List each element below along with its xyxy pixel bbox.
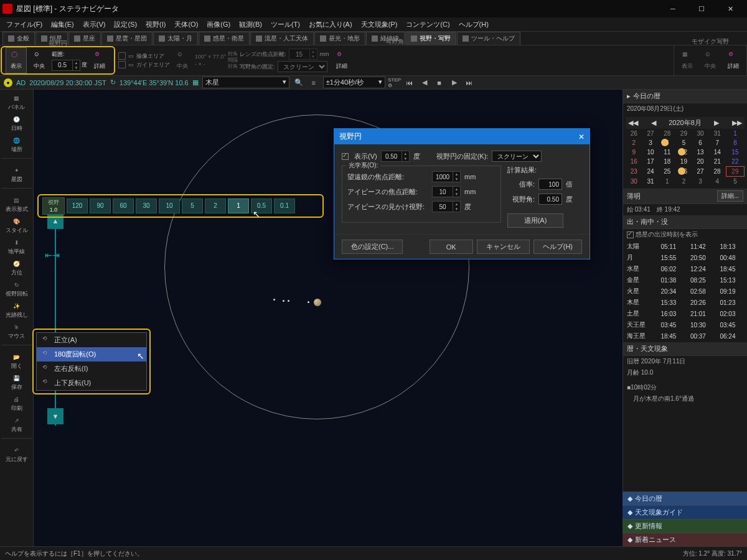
fov-preset-button[interactable]: 1	[228, 198, 249, 213]
menu-item[interactable]: 表示(V)	[79, 19, 110, 30]
location-icon[interactable]: ▦	[192, 78, 199, 86]
almanac-tab[interactable]: ◆天文現象ガイド	[622, 505, 747, 519]
fov-preset-button[interactable]: 2	[205, 198, 226, 213]
left-tool[interactable]: ▤表示形式	[1, 194, 32, 215]
twilight-detail-button[interactable]: 詳細...	[717, 190, 743, 202]
menu-item[interactable]: ツール(T)	[267, 19, 304, 30]
menu-item[interactable]: 観測(B)	[235, 19, 266, 30]
left-tool[interactable]: 📂開く	[1, 351, 32, 372]
rotation-menu-item[interactable]: ⟲180度回転(O)	[37, 347, 146, 362]
menu-item[interactable]: コンテンツ(C)	[402, 19, 453, 30]
ok-button[interactable]: OK	[430, 240, 473, 254]
guide-area-toggle[interactable]: ▭ ガイドエリア	[118, 61, 170, 69]
left-tool[interactable]	[1, 188, 32, 194]
ribbon-tab[interactable]: 星座	[68, 32, 101, 45]
play-fwd-icon[interactable]: ▶	[449, 78, 460, 88]
left-tool[interactable]: ↗共有	[1, 414, 32, 436]
mosaic-detail-button[interactable]: ⚙詳細	[723, 47, 744, 73]
cal-next-month[interactable]: ▶	[714, 119, 719, 127]
left-tool[interactable]: ✦星図	[1, 164, 32, 185]
show-fov-button[interactable]: ◯表示	[6, 47, 27, 73]
left-tool[interactable]: 🕐日時	[1, 113, 32, 134]
help-button[interactable]: ヘルプ(H)	[533, 240, 582, 254]
fov-preset-button[interactable]: 30	[136, 198, 157, 213]
left-tool[interactable]: 🖱マウス	[1, 321, 32, 342]
dlg-fov-input[interactable]: ▲▼	[381, 151, 410, 162]
left-tool[interactable]: ✨光跡残し	[1, 300, 32, 321]
color-settings-button[interactable]: 色の設定(C)...	[342, 240, 403, 254]
left-tool[interactable]: ▦パネル	[1, 92, 32, 113]
skip-back-icon[interactable]: ⏮	[404, 78, 415, 88]
play-back-icon[interactable]: ◀	[419, 78, 430, 88]
left-tool[interactable]: 💾保存	[1, 372, 32, 393]
apply-button[interactable]: 適用(A)	[507, 213, 563, 228]
imaging-detail-button[interactable]: ⚙詳細	[331, 47, 352, 73]
jupiter[interactable]	[314, 299, 321, 306]
ribbon-tab[interactable]: 視野・写野	[405, 32, 456, 45]
almanac-tab[interactable]: ◆新着ニュース	[622, 533, 747, 546]
rotation-menu-item[interactable]: ⟲正立(A)	[37, 333, 146, 347]
dlg-fix-select[interactable]: スクリーン	[492, 151, 542, 162]
fov-preset-button[interactable]: 10	[159, 198, 180, 213]
left-tool[interactable]: 🌐場所	[1, 134, 32, 156]
dialog-close-icon[interactable]: ✕	[578, 133, 585, 141]
ribbon-tab[interactable]: ツール・ヘルプ	[457, 32, 520, 45]
ribbon-tab[interactable]: 太陽・月	[153, 32, 198, 45]
eyepiece-fov-input[interactable]: ▲▼	[432, 201, 461, 212]
step-select[interactable]: ±1分40秒/秒▾	[323, 77, 385, 88]
location-text[interactable]: 139°44'E 35°39'N 10.6	[120, 79, 189, 86]
datetime-text[interactable]: 2020/08/29 20:30:00 JST	[29, 79, 106, 86]
cal-prev-year[interactable]: ◀◀	[628, 119, 638, 127]
jovian-moon[interactable]	[308, 301, 309, 303]
fov-preset-button[interactable]: 0.1	[274, 198, 295, 213]
fov-preset-button[interactable]: 60	[113, 198, 134, 213]
now-icon[interactable]: ↻	[110, 78, 116, 86]
fov-preset-button[interactable]: 5	[182, 198, 203, 213]
left-tool[interactable]: ↶元に戻す	[1, 444, 32, 465]
eyepiece-fl-input[interactable]: ▲▼	[432, 186, 461, 197]
maximize-button[interactable]: ☐	[687, 0, 716, 17]
ribbon-tab[interactable]: 流星・人工天体	[250, 32, 314, 45]
close-button[interactable]: ✕	[716, 0, 745, 17]
range-input[interactable]: ▲▼	[52, 60, 80, 71]
zoom-out-button[interactable]: ▼	[47, 408, 63, 424]
menu-item[interactable]: 天体(O)	[171, 19, 202, 30]
realtime-icon[interactable]: ●	[4, 78, 12, 87]
cal-next-year[interactable]: ▶▶	[732, 119, 742, 127]
left-tool[interactable]: 🧭方位	[1, 258, 32, 279]
menu-item[interactable]: 画像(G)	[203, 19, 234, 30]
dlg-show-check[interactable]	[342, 153, 349, 160]
ribbon-tab[interactable]: 星雲・星団	[101, 32, 153, 45]
jovian-moon[interactable]	[283, 300, 284, 302]
left-tool[interactable]	[1, 345, 32, 351]
lens-fl-input[interactable]: ▲▼	[289, 49, 317, 60]
jovian-moon[interactable]	[273, 299, 275, 301]
minimize-button[interactable]: ─	[659, 0, 687, 17]
imaging-area-toggle[interactable]: ▭ 撮像エリア	[118, 52, 170, 60]
left-tool[interactable]	[1, 158, 32, 164]
rotation-menu-item[interactable]: ⟲上下反転(U)	[37, 376, 146, 390]
stop-icon[interactable]: ■	[434, 78, 445, 88]
menu-item[interactable]: ファイル(F)	[2, 19, 46, 30]
ribbon-tab[interactable]: 惑星・衛星	[199, 32, 250, 45]
cancel-button[interactable]: キャンセル	[477, 240, 530, 254]
menu-item[interactable]: 視野(I)	[142, 19, 169, 30]
fov-preset-button[interactable]: 120	[67, 198, 88, 213]
ribbon-tab[interactable]: 全般	[2, 32, 35, 45]
menu-item[interactable]: 編集(E)	[47, 19, 78, 30]
left-tool[interactable]	[1, 438, 32, 444]
mosaic-show-button[interactable]: ▦表示	[677, 47, 698, 73]
left-tool[interactable]: ↻視野回転	[1, 279, 32, 300]
search-icon[interactable]: 🔍	[293, 78, 304, 88]
almanac-tab[interactable]: ◆今日の暦	[622, 492, 747, 505]
show-planet-times-check[interactable]	[627, 231, 634, 238]
target-select[interactable]: 木星▾	[202, 77, 289, 88]
skip-fwd-icon[interactable]: ⏭	[464, 78, 475, 88]
jovian-moon[interactable]	[288, 300, 289, 302]
left-tool[interactable]: 🖨印刷	[1, 393, 32, 414]
step-config-icon[interactable]: STEP⚙	[389, 78, 400, 88]
dialog-titlebar[interactable]: 視野円 ✕	[334, 129, 590, 144]
menu-item[interactable]: お気に入り(A)	[305, 19, 356, 30]
menu-item[interactable]: 天文現象(P)	[357, 19, 402, 30]
left-tool[interactable]: 🎨スタイル	[1, 215, 32, 236]
